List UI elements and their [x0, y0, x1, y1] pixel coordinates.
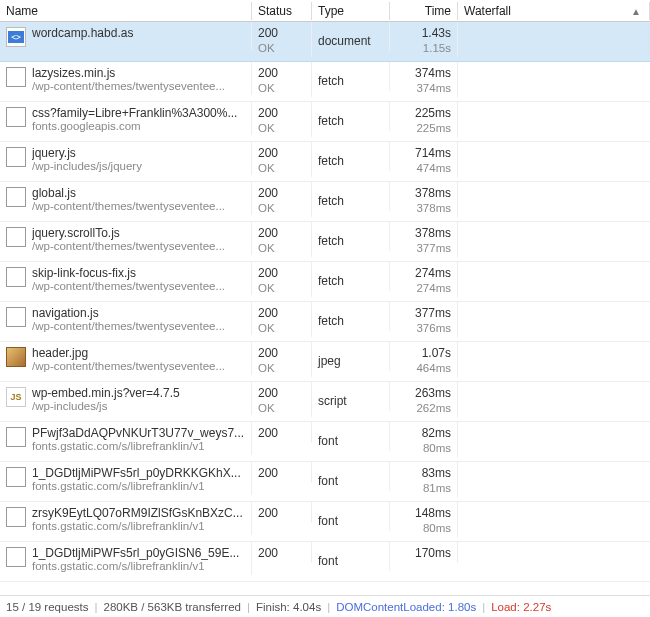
- name-cell: navigation.js/wp-content/themes/twentyse…: [0, 302, 252, 335]
- time-cell: 170ms: [390, 542, 458, 563]
- table-row[interactable]: css?family=Libre+Franklin%3A300%...fonts…: [0, 102, 650, 142]
- time-latency: 1.15s: [396, 42, 451, 54]
- name-cell: header.jpg/wp-content/themes/twentyseven…: [0, 342, 252, 375]
- request-path: /wp-content/themes/twentyseventee...: [32, 80, 225, 92]
- status-code: 200: [258, 386, 305, 400]
- table-header: Name Status Type Time Waterfall ▲: [0, 0, 650, 22]
- name-cell: jquery.scrollTo.js/wp-content/themes/twe…: [0, 222, 252, 255]
- status-cell: 200OK: [252, 222, 312, 257]
- time-total: 83ms: [396, 466, 451, 480]
- request-path: /wp-content/themes/twentyseventee...: [32, 200, 225, 212]
- status-text: OK: [258, 122, 305, 134]
- col-header-status[interactable]: Status: [252, 2, 312, 20]
- request-name: jquery.js: [32, 146, 142, 160]
- status-cell: 200OK: [252, 382, 312, 417]
- time-total: 148ms: [396, 506, 451, 520]
- status-cell: 200OK: [252, 22, 312, 57]
- status-cell: 200: [252, 542, 312, 563]
- status-cell: 200: [252, 462, 312, 483]
- request-path: /wp-content/themes/twentyseventee...: [32, 240, 225, 252]
- file-icon: [6, 507, 26, 527]
- table-row[interactable]: jquery.js/wp-includes/js/jquery200OKfetc…: [0, 142, 650, 182]
- time-cell: 83ms81ms: [390, 462, 458, 497]
- status-text: OK: [258, 162, 305, 174]
- file-icon: [6, 547, 26, 567]
- col-header-time[interactable]: Time: [390, 2, 458, 20]
- time-latency: 225ms: [396, 122, 451, 134]
- name-cell: <>wordcamp.habd.as: [0, 22, 252, 50]
- col-header-name[interactable]: Name: [0, 2, 252, 20]
- request-path: /wp-content/themes/twentyseventee...: [32, 360, 225, 372]
- network-rows[interactable]: <>wordcamp.habd.as200OKdocument1.43s1.15…: [0, 22, 650, 595]
- table-row[interactable]: <>wordcamp.habd.as200OKdocument1.43s1.15…: [0, 22, 650, 62]
- time-cell: 377ms376ms: [390, 302, 458, 337]
- time-cell: 1.43s1.15s: [390, 22, 458, 57]
- col-header-waterfall[interactable]: Waterfall ▲: [458, 2, 650, 20]
- type-cell: fetch: [312, 262, 390, 291]
- time-total: 82ms: [396, 426, 451, 440]
- type-cell: fetch: [312, 302, 390, 331]
- status-code: 200: [258, 306, 305, 320]
- status-code: 200: [258, 546, 305, 560]
- time-latency: 374ms: [396, 82, 451, 94]
- table-row[interactable]: skip-link-focus-fix.js/wp-content/themes…: [0, 262, 650, 302]
- time-latency: 378ms: [396, 202, 451, 214]
- file-icon: [6, 307, 26, 327]
- table-row[interactable]: global.js/wp-content/themes/twentysevent…: [0, 182, 650, 222]
- status-cell: 200: [252, 422, 312, 443]
- name-cell: 1_DGDtljMiPWFs5rl_p0yGISN6_59E...fonts.g…: [0, 542, 252, 575]
- request-name: 1_DGDtljMiPWFs5rl_p0yGISN6_59E...: [32, 546, 239, 560]
- time-total: 170ms: [396, 546, 451, 560]
- status-code: 200: [258, 466, 305, 480]
- time-cell: 1.07s464ms: [390, 342, 458, 377]
- type-cell: font: [312, 462, 390, 491]
- col-header-waterfall-label: Waterfall: [464, 4, 511, 18]
- image-icon: [6, 347, 26, 367]
- time-total: 274ms: [396, 266, 451, 280]
- request-name: wordcamp.habd.as: [32, 26, 133, 40]
- svg-text:<>: <>: [11, 33, 21, 42]
- time-cell: 274ms274ms: [390, 262, 458, 297]
- status-text: OK: [258, 322, 305, 334]
- time-total: 1.43s: [396, 26, 451, 40]
- request-name: jquery.scrollTo.js: [32, 226, 225, 240]
- time-total: 714ms: [396, 146, 451, 160]
- status-text: OK: [258, 242, 305, 254]
- request-name: lazysizes.min.js: [32, 66, 225, 80]
- table-row[interactable]: PFwjf3aDdAQPvNKUrT3U77v_weys7...fonts.gs…: [0, 422, 650, 462]
- table-row[interactable]: zrsyK9EytLQ07oRM9IZlSfGsKnBXzC...fonts.g…: [0, 502, 650, 542]
- name-cell: jquery.js/wp-includes/js/jquery: [0, 142, 252, 175]
- file-icon: [6, 427, 26, 447]
- summary-requests: 15 / 19 requests: [6, 601, 88, 613]
- status-cell: 200OK: [252, 102, 312, 137]
- table-row[interactable]: lazysizes.min.js/wp-content/themes/twent…: [0, 62, 650, 102]
- type-cell: fetch: [312, 62, 390, 91]
- summary-dcl: DOMContentLoaded: 1.80s: [336, 601, 476, 613]
- time-total: 374ms: [396, 66, 451, 80]
- type-cell: document: [312, 22, 390, 51]
- name-cell: zrsyK9EytLQ07oRM9IZlSfGsKnBXzC...fonts.g…: [0, 502, 252, 535]
- type-cell: font: [312, 422, 390, 451]
- table-row[interactable]: 1_DGDtljMiPWFs5rl_p0yDRKKGKhX...fonts.gs…: [0, 462, 650, 502]
- status-cell: 200OK: [252, 62, 312, 97]
- time-latency: 81ms: [396, 482, 451, 494]
- request-path: /wp-includes/js: [32, 400, 180, 412]
- request-path: /wp-content/themes/twentyseventee...: [32, 280, 225, 292]
- sep-icon: |: [247, 601, 250, 613]
- time-latency: 262ms: [396, 402, 451, 414]
- time-cell: 378ms378ms: [390, 182, 458, 217]
- request-path: fonts.gstatic.com/s/librefranklin/v1: [32, 440, 244, 452]
- table-row[interactable]: header.jpg/wp-content/themes/twentyseven…: [0, 342, 650, 382]
- status-cell: 200OK: [252, 142, 312, 177]
- type-cell: font: [312, 542, 390, 571]
- table-row[interactable]: JSwp-embed.min.js?ver=4.7.5/wp-includes/…: [0, 382, 650, 422]
- table-row[interactable]: 1_DGDtljMiPWFs5rl_p0yGISN6_59E...fonts.g…: [0, 542, 650, 582]
- time-latency: 377ms: [396, 242, 451, 254]
- table-row[interactable]: navigation.js/wp-content/themes/twentyse…: [0, 302, 650, 342]
- type-cell: fetch: [312, 102, 390, 131]
- col-header-type[interactable]: Type: [312, 2, 390, 20]
- time-latency: 80ms: [396, 522, 451, 534]
- time-total: 378ms: [396, 186, 451, 200]
- table-row[interactable]: jquery.scrollTo.js/wp-content/themes/twe…: [0, 222, 650, 262]
- name-cell: JSwp-embed.min.js?ver=4.7.5/wp-includes/…: [0, 382, 252, 415]
